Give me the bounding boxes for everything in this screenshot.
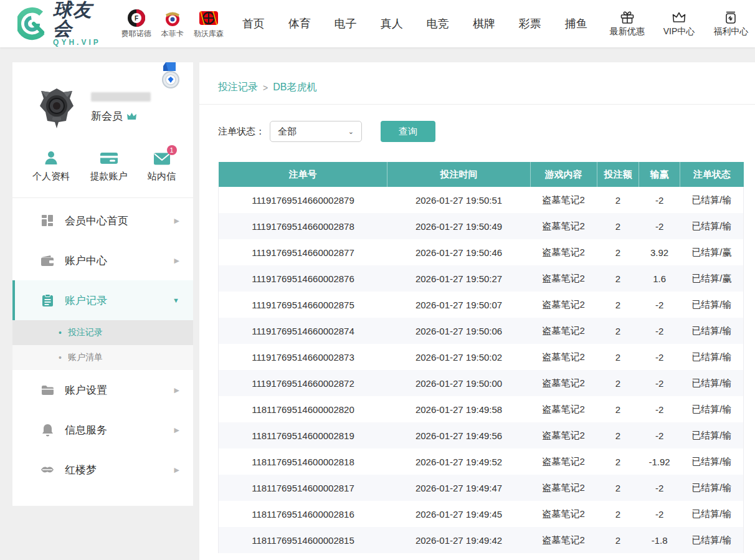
cell-bet-time: 2026-01-27 19:50:27 bbox=[387, 265, 530, 292]
nav-slots[interactable]: 电子 bbox=[335, 16, 357, 31]
mail-icon bbox=[153, 152, 171, 166]
promotions-link[interactable]: 最新优惠 bbox=[610, 11, 645, 37]
chevron-right-icon: ▶ bbox=[174, 426, 179, 434]
cell-bet-time: 2026-01-27 19:50:46 bbox=[387, 239, 530, 265]
inbox-label: 站内信 bbox=[148, 171, 176, 183]
cell-game: 盗墓笔记2 bbox=[530, 527, 597, 553]
withdraw-account-label: 提款账户 bbox=[90, 171, 128, 183]
cell-status: 已结算/输 bbox=[680, 501, 743, 527]
brand-name: 球友会 bbox=[53, 1, 105, 38]
table-row: 11811769514600002817 2026-01-27 19:49:47… bbox=[219, 475, 744, 501]
breadcrumb-current: DB老虎机 bbox=[273, 81, 316, 94]
brand-domain: QYH.VIP bbox=[53, 38, 105, 47]
bell-icon bbox=[40, 424, 55, 437]
table-row: 11811769514600002815 2026-01-27 19:49:42… bbox=[219, 527, 744, 553]
profile-level-label: 新会员 bbox=[91, 109, 123, 123]
query-button[interactable]: 查询 bbox=[381, 121, 435, 142]
vip-center-link[interactable]: VIP中心 bbox=[663, 11, 695, 37]
nav-lottery[interactable]: 彩票 bbox=[519, 16, 541, 31]
withdraw-account-action[interactable]: 提款账户 bbox=[90, 149, 128, 183]
cell-stake: 2 bbox=[597, 370, 639, 396]
table-row: 11191769514660002874 2026-01-27 19:50:06… bbox=[219, 318, 744, 344]
top-bar: 球友会 QYH.VIP F 费耶诺德 本菲卡 bbox=[0, 0, 755, 47]
cell-bet-id: 11191769514660002874 bbox=[219, 318, 387, 344]
cell-win-loss: -2 bbox=[639, 370, 680, 396]
sidebar-item-message-service[interactable]: 信息服务 ▶ bbox=[12, 410, 193, 450]
brand-logo[interactable]: 球友会 QYH.VIP bbox=[17, 1, 105, 47]
cell-bet-id: 11191769514660002876 bbox=[219, 265, 387, 292]
cell-bet-time: 2026-01-27 19:50:51 bbox=[387, 187, 530, 213]
main-nav: 首页 体育 电子 真人 电竞 棋牌 彩票 捕鱼 bbox=[242, 16, 587, 31]
cell-bet-time: 2026-01-27 19:50:00 bbox=[387, 370, 530, 396]
cell-win-loss: 3.92 bbox=[639, 239, 680, 265]
inbox-action[interactable]: 1 站内信 bbox=[148, 149, 176, 183]
cell-win-loss: -2 bbox=[639, 396, 680, 422]
cell-status: 已结算/输 bbox=[680, 448, 743, 475]
nav-fishing[interactable]: 捕鱼 bbox=[565, 16, 587, 31]
cell-status: 已结算/输 bbox=[680, 292, 743, 318]
partner-feyenoord[interactable]: F 费耶诺德 bbox=[121, 9, 151, 39]
profile-quick-actions: 个人资料 提款账户 1 bbox=[12, 131, 193, 197]
cell-bet-time: 2026-01-27 19:49:52 bbox=[387, 448, 530, 475]
chevron-down-icon: ▼ bbox=[173, 297, 179, 304]
partner-leverkusen[interactable]: 勒沃库森 bbox=[194, 9, 224, 39]
cell-status: 已结算/输 bbox=[680, 318, 743, 344]
sidebar-subitem-bet-records[interactable]: • 投注记录 bbox=[12, 320, 193, 345]
col-header-win-loss: 输赢 bbox=[639, 162, 680, 187]
cell-status: 已结算/赢 bbox=[680, 265, 743, 292]
cell-bet-id: 11191769514660002873 bbox=[219, 344, 387, 370]
cell-stake: 2 bbox=[597, 501, 639, 527]
profile-emblem-avatar[interactable] bbox=[34, 85, 80, 131]
nav-esports[interactable]: 电竞 bbox=[427, 16, 449, 31]
sidebar-item-member-home[interactable]: 会员中心首页 ▶ bbox=[12, 201, 193, 240]
sidebar-item-label: 会员中心首页 bbox=[65, 214, 174, 228]
welfare-center-link[interactable]: 福利中心 bbox=[713, 11, 748, 37]
partner-label: 本菲卡 bbox=[161, 29, 184, 39]
chevron-right-icon: ▶ bbox=[174, 386, 179, 394]
cell-status: 已结算/输 bbox=[680, 213, 743, 239]
col-header-stake: 投注额 bbox=[597, 162, 639, 187]
sidebar-item-account-settings[interactable]: 账户设置 ▶ bbox=[12, 370, 193, 410]
bullet-icon: • bbox=[59, 353, 62, 362]
cell-bet-id: 11191769514660002878 bbox=[219, 213, 387, 239]
sidebar-item-account-center[interactable]: 账户中心 ▶ bbox=[12, 240, 193, 280]
partner-benfica[interactable]: 本菲卡 bbox=[161, 9, 184, 39]
nav-home[interactable]: 首页 bbox=[242, 16, 265, 31]
cell-bet-id: 11811769514600002815 bbox=[219, 527, 387, 553]
cell-status: 已结算/赢 bbox=[680, 239, 743, 265]
table-row: 11191769514660002872 2026-01-27 19:50:00… bbox=[219, 370, 744, 396]
bet-status-select[interactable]: 全部 ⌄ bbox=[270, 121, 362, 142]
cell-game: 盗墓笔记2 bbox=[530, 213, 597, 239]
crown-icon bbox=[672, 11, 686, 24]
sidebar-subitem-account-statement[interactable]: • 账户清单 bbox=[12, 345, 193, 370]
cell-bet-time: 2026-01-27 19:49:58 bbox=[387, 396, 530, 422]
sidebar-item-account-records[interactable]: 账户记录 ▼ bbox=[12, 280, 193, 320]
chevron-right-icon: ▶ bbox=[174, 466, 179, 474]
table-row: 11191769514660002873 2026-01-27 19:50:02… bbox=[219, 344, 744, 370]
cell-stake: 2 bbox=[597, 422, 639, 448]
cell-game: 盗墓笔记2 bbox=[530, 422, 597, 448]
col-header-game: 游戏内容 bbox=[530, 162, 597, 187]
cell-status: 已结算/输 bbox=[680, 187, 743, 213]
cell-game: 盗墓笔记2 bbox=[530, 187, 597, 213]
personal-info-action[interactable]: 个人资料 bbox=[32, 149, 70, 183]
cell-stake: 2 bbox=[597, 239, 639, 265]
col-header-bet-time: 投注时间 bbox=[387, 162, 530, 187]
divider bbox=[12, 197, 193, 198]
cell-stake: 2 bbox=[597, 448, 639, 475]
breadcrumb-parent[interactable]: 投注记录 bbox=[218, 81, 258, 94]
cell-bet-time: 2026-01-27 19:49:56 bbox=[387, 422, 530, 448]
cell-win-loss: -2 bbox=[639, 292, 680, 318]
cell-win-loss: -2 bbox=[639, 187, 680, 213]
nav-cards[interactable]: 棋牌 bbox=[473, 16, 495, 31]
cell-bet-id: 11811769514600002819 bbox=[219, 422, 387, 448]
folder-icon bbox=[40, 385, 55, 396]
sidebar-item-hongloumeng[interactable]: 红楼梦 ▶ bbox=[12, 450, 193, 490]
sidebar-item-label: 账户中心 bbox=[65, 254, 174, 268]
profile-username-blurred bbox=[91, 92, 151, 102]
nav-sports[interactable]: 体育 bbox=[288, 16, 311, 31]
bullet-icon: • bbox=[59, 328, 62, 337]
sidebar: 新会员 个人资料 bbox=[12, 62, 193, 506]
nav-live[interactable]: 真人 bbox=[381, 16, 403, 31]
sidebar-item-label: 红楼梦 bbox=[65, 463, 174, 477]
